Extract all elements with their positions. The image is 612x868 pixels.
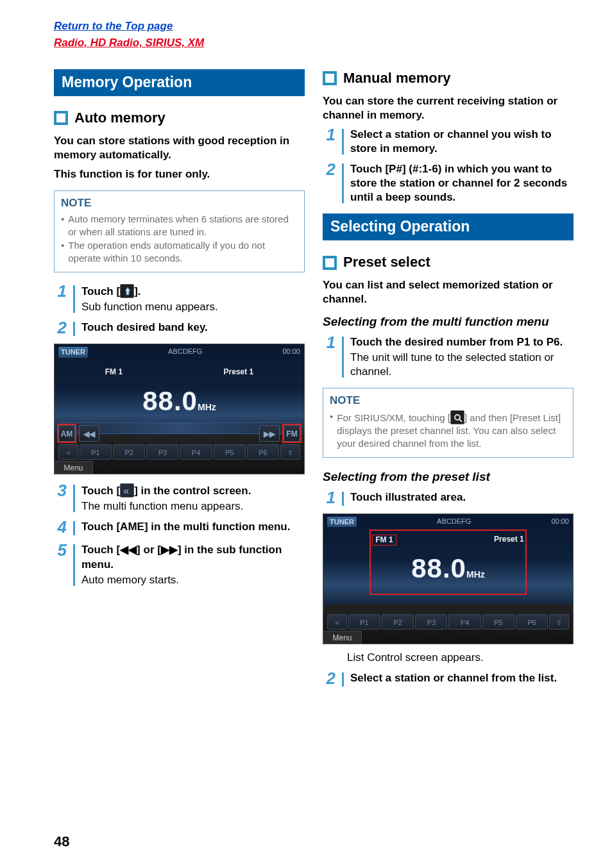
step-5: 5 Touch [◀◀] or [▶▶] in the sub function…: [54, 543, 305, 587]
ss-am-button[interactable]: AM: [58, 425, 75, 442]
ss-freq-value: 88.0: [142, 386, 198, 416]
ss-seek-back-button[interactable]: ◀◀: [79, 425, 99, 442]
step-number: 5: [54, 542, 67, 558]
heading-preset-select-text: Preset select: [343, 253, 430, 272]
ss-preset1-label: Preset 1: [494, 535, 524, 546]
step-manual-1-text: Select a station or channel you wish to …: [350, 128, 574, 156]
sub-function-icon: [120, 284, 134, 298]
step-bar-icon: [73, 485, 75, 512]
ss-frequency: 88.0MHz: [55, 384, 304, 419]
step-number: 1: [323, 334, 336, 351]
step-bar-icon: [73, 322, 75, 336]
ss-fm1-label: FM 1: [105, 367, 123, 378]
step-bar-icon: [73, 285, 75, 313]
search-icon: [450, 410, 464, 424]
step-bar-icon: [342, 129, 344, 154]
step-preset-list-2: 2 Select a station or channel from the l…: [323, 671, 574, 688]
step-1: 1 Touch []. Sub function menu appears.: [54, 284, 305, 314]
auto-memory-intro2: This function is for tuner only.: [54, 167, 305, 181]
step-bar-icon: [342, 163, 344, 203]
step-2: 2 Touch desired band key.: [54, 321, 305, 337]
ss-p6-button[interactable]: P6: [247, 444, 279, 460]
top-link-section[interactable]: Radio, HD Radio, SIRIUS, XM: [54, 36, 574, 50]
ss-p5-button[interactable]: P5: [482, 614, 514, 630]
bullet-dot-icon: •: [61, 239, 64, 264]
step-preset-list-1-sub: List Control screen appears.: [347, 651, 574, 665]
ss-p4-button[interactable]: P4: [448, 614, 480, 630]
ss-p4-button[interactable]: P4: [180, 444, 212, 460]
step-manual-1: 1 Select a station or channel you wish t…: [323, 128, 574, 156]
ss-p2-button[interactable]: P2: [382, 614, 414, 630]
heading-select-from-multi: Selecting from the multi function menu: [323, 314, 574, 330]
ss-time-label: 00:00: [282, 347, 300, 357]
heading-memory-operation: Memory Operation: [54, 69, 305, 96]
ss-preset-row: « P1 P2 P3 P4 P5 P6 ⇧: [58, 444, 300, 460]
heading-select-from-preset-list: Selecting from the preset list: [323, 469, 574, 485]
tuner-screenshot-2: TUNER ABCDEFG 00:00 FM 1 Preset 1 88.0MH…: [323, 513, 574, 644]
ss-seek-forward-button[interactable]: ▶▶: [259, 425, 280, 442]
step-number: 1: [323, 126, 336, 143]
step-bar-icon: [342, 492, 344, 506]
step-manual-2-text: Touch [P#] (#:1-6) in which you want to …: [350, 162, 574, 204]
step-number: 4: [54, 519, 67, 535]
ss-p1-button[interactable]: P1: [348, 614, 380, 630]
step4-text: Touch [AME] in the multi function menu.: [81, 520, 305, 534]
heading-manual-memory-text: Manual memory: [343, 69, 451, 88]
step1-text-a: Touch [: [81, 285, 120, 297]
step-multi-1-sub: The unit will tune to the selected stati…: [350, 351, 574, 379]
note-text-1: Auto memory terminates when 6 stations a…: [68, 213, 298, 238]
ss-pin-button[interactable]: ⇧: [280, 444, 300, 460]
heading-box-icon: [323, 256, 337, 270]
ss-menu-button[interactable]: Menu: [323, 631, 362, 644]
ss-freq-unit: MHz: [466, 569, 485, 580]
ss-abcdefg-label: ABCDEFG: [437, 517, 471, 527]
ss-fm-button[interactable]: FM: [284, 425, 300, 442]
step1-text-b: ].: [134, 285, 140, 297]
step-bar-icon: [73, 521, 75, 535]
tuner-screenshot-1: TUNER ABCDEFG 00:00 FM 1 Preset 1 88.0MH…: [54, 344, 305, 474]
ss-preset-row: « P1 P2 P3 P4 P5 P6 ⇧: [327, 614, 569, 630]
ss-time-label: 00:00: [551, 517, 569, 527]
ss-chev-button[interactable]: «: [58, 444, 78, 460]
ss-chev-button[interactable]: «: [327, 614, 347, 630]
step-number: 3: [54, 482, 67, 499]
auto-memory-intro1: You can store stations with good recepti…: [54, 134, 305, 162]
svg-point-0: [455, 415, 460, 420]
heading-auto-memory: Auto memory: [54, 109, 305, 128]
note-text-2: The operation ends automatically if you …: [68, 239, 298, 264]
step-4: 4 Touch [AME] in the multi function menu…: [54, 520, 305, 537]
heading-selecting-operation: Selecting Operation: [323, 213, 574, 240]
ss-p2-button[interactable]: P2: [113, 444, 145, 460]
step-preset-list-1: 1 Touch illustrated area.: [323, 490, 574, 507]
step-multi-1-text: Touch the desired number from P1 to P6.: [350, 335, 574, 349]
ss-p6-button[interactable]: P6: [516, 614, 548, 630]
note-bullet-2: • The operation ends automatically if yo…: [61, 239, 298, 264]
ss-p3-button[interactable]: P3: [415, 614, 447, 630]
step-manual-2: 2 Touch [P#] (#:1-6) in which you want t…: [323, 162, 574, 204]
note-bullet-1: • Auto memory terminates when 6 stations…: [61, 213, 298, 238]
step-bar-icon: [73, 544, 75, 585]
step-number: 2: [54, 319, 67, 336]
ss-p3-button[interactable]: P3: [146, 444, 178, 460]
left-column: Memory Operation Auto memory You can sto…: [54, 69, 305, 694]
step-bar-icon: [342, 337, 344, 378]
note-box-auto: NOTE • Auto memory terminates when 6 sta…: [54, 190, 305, 272]
note-label: NOTE: [330, 394, 566, 408]
step-number: 2: [323, 161, 336, 178]
ss-p1-button[interactable]: P1: [80, 444, 112, 460]
step3-sub: The multi function menu appears.: [81, 499, 305, 513]
top-link-return[interactable]: Return to the Top page: [54, 19, 574, 33]
heading-auto-memory-text: Auto memory: [74, 109, 166, 128]
ss-tuner-label: TUNER: [327, 517, 357, 527]
ss-tuner-label: TUNER: [58, 347, 88, 357]
heading-preset-select: Preset select: [323, 253, 574, 272]
note-preset-text: For SIRIUS/XM, touching [] and then [Pre…: [337, 410, 566, 449]
right-column: Manual memory You can store the current …: [323, 69, 574, 694]
step-number: 1: [54, 283, 67, 299]
step5-text: Touch [◀◀] or [▶▶] in the sub function m…: [81, 543, 305, 571]
ss-pin-button[interactable]: ⇧: [549, 614, 569, 630]
step-3: 3 Touch [] in the control screen. The mu…: [54, 483, 305, 513]
ss-p5-button[interactable]: P5: [214, 444, 246, 460]
step-multi-1: 1 Touch the desired number from P1 to P6…: [323, 335, 574, 379]
ss-menu-button[interactable]: Menu: [55, 461, 93, 474]
